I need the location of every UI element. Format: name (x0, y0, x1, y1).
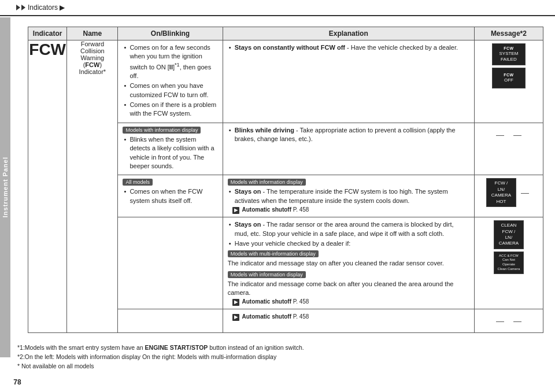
page-number: 78 (0, 378, 35, 386)
expl-bold-1: Stays on constantly without FCW off (235, 44, 345, 51)
onblinking-cell-2: Models with information display Blinks w… (118, 123, 223, 175)
onblinking-content-2: Models with information display Blinks w… (118, 123, 222, 175)
dash-left-5: — (494, 314, 506, 328)
onblinking-content-4 (118, 217, 222, 223)
onblinking-cell-4 (118, 217, 223, 309)
explanation-cell-4: Stays on - The radar sensor or the area … (223, 217, 474, 309)
header-triangles (16, 5, 25, 10)
auto-shutoff-text-4: Automatic shutoff P. 458 (242, 298, 309, 305)
message-cell-2: — — (474, 123, 543, 175)
msg-ch-line2: LN/ (498, 187, 505, 193)
explanation-item-3a: Stays on - The temperature inside the FC… (228, 187, 469, 205)
msg-dashes-5: — — (475, 309, 543, 332)
fcw-name-content: Forward Collision Warning (FCW) Indicato… (67, 40, 117, 75)
ref-icon-3: ▶ (232, 207, 239, 214)
msg-acc-line2: Can Not Operate (497, 258, 520, 267)
msg-acc-line3: Clean Camera (498, 267, 520, 272)
msg-box-container-1: FCW SYSTEM FAILED FCW OFF (475, 40, 543, 91)
ref-icon-5: ▶ (232, 314, 239, 321)
multi-info-block: Models with multi-information display Th… (228, 250, 469, 306)
msg-fcw-off-line1: FCW (504, 72, 513, 77)
explanation-cell-2: Blinks while driving - Take appropriate … (223, 123, 474, 175)
msg-box-camera-hot: FCW / LN/ CAMERA HOT (486, 178, 516, 207)
explanation-item-2a: Blinks while driving - Take appropriate … (228, 126, 469, 144)
explanation-cell-1: Stays on constantly without FCW off - Ha… (223, 40, 474, 123)
explanation-item-1a: Stays on constantly without FCW off - Ha… (228, 43, 469, 52)
msg-container-3: FCW / LN/ CAMERA HOT — (475, 175, 543, 210)
msg-container-4: CLEAN FCW / LN/ CAMERA ACC & FCW Can Not… (475, 217, 543, 277)
fcw-name-cell: Forward Collision Warning (FCW) Indicato… (67, 40, 118, 333)
msg-box-clean: CLEAN FCW / LN/ CAMERA (494, 220, 524, 249)
engine-start-stop-bold: ENGINE START/STOP (145, 344, 208, 351)
ref-icon-4: ▶ (232, 299, 239, 306)
onblinking-item-1a: Comes on for a few seconds when you turn… (123, 43, 217, 80)
col-indicator: Indicator (28, 27, 67, 40)
message-cell-1: FCW SYSTEM FAILED FCW OFF (474, 40, 543, 123)
info-text-4: The indicator and message come back on a… (228, 280, 469, 298)
name-asterisk: * (103, 68, 106, 75)
onblinking-item-1b: Comes on when you have customized FCW to… (123, 82, 217, 99)
msg-fcw-off-line2: OFF (504, 77, 513, 83)
display-tag-info-3: Models with information display (228, 179, 306, 186)
explanation-content-3: Models with information display Stays on… (223, 175, 474, 217)
col-explanation: Explanation (223, 27, 474, 40)
msg-ch-line3: CAMERA (491, 193, 511, 198)
explanation-cell-5: ▶ Automatic shutoff P. 458 (223, 309, 474, 333)
auto-shutoff-text-5: Automatic shutoff P. 458 (242, 313, 309, 320)
msg-fcw-system-line1: FCW (504, 46, 513, 51)
col-name: Name (67, 27, 118, 40)
msg-box-acc: ACC & FCW Can Not Operate Clean Camera (494, 252, 524, 274)
dash-right-3: — (519, 186, 531, 199)
footnote-2: *2:On the left: Models with information … (17, 353, 543, 362)
main-content: Indicator Name On/Blinking Explanation M… (10, 16, 555, 339)
auto-shutoff-ref-5: ▶ Automatic shutoff P. 458 (232, 313, 469, 321)
name-fcw-bold: FCW (85, 61, 99, 68)
msg-box-fcw-off: FCW OFF (492, 68, 526, 88)
explanation-list-2: Blinks while driving - Take appropriate … (228, 126, 469, 144)
dash-left-2: — (494, 128, 506, 142)
page-container: Instrument Panel Indicators ▶ Indicator … (0, 0, 555, 392)
onblinking-cell-5 (118, 309, 223, 333)
col-onblinking: On/Blinking (118, 27, 223, 40)
name-forward: Forward (81, 40, 104, 47)
indicator-table: Indicator Name On/Blinking Explanation M… (28, 27, 543, 333)
explanation-content-1: Stays on constantly without FCW off - Ha… (223, 40, 474, 56)
name-collision: Collision (80, 47, 105, 54)
msg-ch-line4: HOT (496, 199, 506, 205)
explanation-list-4: Stays on - The radar sensor or the area … (228, 220, 469, 248)
message-cell-5: — — (474, 309, 543, 333)
msg-clean-line3: LN/ (505, 235, 512, 241)
msg-ch-line1: FCW / (495, 180, 508, 186)
onblinking-item-2a: Blinks when the system detects a likely … (123, 135, 217, 171)
header-title: Indicators ▶ (28, 3, 65, 12)
explanation-list-1: Stays on constantly without FCW off - Ha… (228, 43, 469, 52)
display-tag-all-3: All models (123, 179, 153, 186)
onblinking-item-1c: Comes on if there is a problem with the … (123, 101, 217, 119)
dash-right-2: — (511, 128, 524, 142)
explanation-content-5: ▶ Automatic shutoff P. 458 (223, 309, 474, 324)
footer-notes: *1:Models with the smart entry system ha… (0, 339, 555, 375)
msg-clean-line2: FCW / (502, 229, 516, 235)
table-header-row: Indicator Name On/Blinking Explanation M… (28, 27, 543, 40)
message-cell-3: FCW / LN/ CAMERA HOT — (474, 175, 543, 217)
auto-shutoff-ref-4: ▶ Automatic shutoff P. 458 (232, 298, 469, 306)
sidebar-label: Instrument Panel (2, 157, 9, 217)
onblinking-content-1: Comes on for a few seconds when you turn… (118, 40, 222, 123)
name-warning: Warning (81, 54, 105, 61)
display-tag-info-2: Models with information display (123, 127, 201, 134)
msg-acc-line1: ACC & FCW (499, 254, 519, 258)
name-indicator: Indicator (79, 68, 103, 75)
onblinking-item-3a: Comes on when the FCW system shuts itsel… (123, 187, 217, 205)
message-cell-4: CLEAN FCW / LN/ CAMERA ACC & FCW Can Not… (474, 217, 543, 309)
expl-bold-4a: Stays on (235, 221, 261, 228)
name-paren-close: ) (99, 61, 102, 68)
onblinking-content-5 (118, 309, 222, 315)
explanation-list-3: Stays on - The temperature inside the FC… (228, 187, 469, 205)
display-tag-multi-4: Models with multi-information display (228, 250, 319, 257)
msg-dashes-2: — — (475, 123, 543, 146)
page-note: * Not available on all models (17, 362, 543, 371)
onblinking-cell-3: All models Comes on when the FCW system … (118, 175, 223, 217)
explanation-item-4b: Have your vehicle checked by a dealer if… (228, 239, 469, 248)
explanation-content-4: Stays on - The radar sensor or the area … (223, 217, 474, 309)
fcw-indicator-cell: FCW (28, 40, 67, 333)
